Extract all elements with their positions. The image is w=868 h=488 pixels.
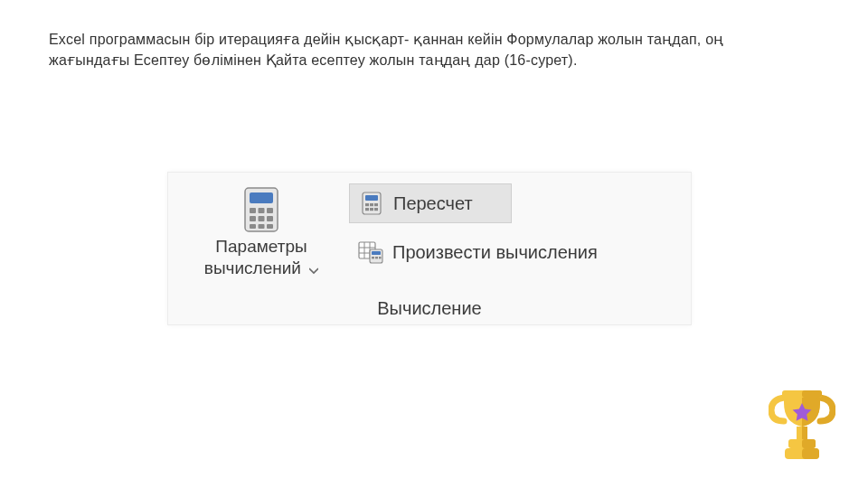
svg-rect-5 (250, 216, 256, 221)
svg-rect-36 (802, 448, 819, 459)
svg-rect-9 (259, 224, 265, 229)
svg-rect-3 (259, 208, 265, 213)
ribbon-group-caption: Вычисление (168, 298, 691, 319)
svg-rect-16 (365, 208, 369, 211)
chevron-down-icon (309, 258, 318, 280)
trophy-icon (769, 387, 835, 463)
svg-rect-15 (374, 203, 378, 206)
calc-right-column: Пересчет (349, 183, 675, 272)
calculator-icon (241, 185, 282, 234)
instruction-text: Excel программасын бір итерацияға дейін … (49, 29, 805, 70)
svg-rect-34 (802, 439, 816, 448)
svg-rect-32 (802, 427, 807, 439)
svg-rect-1 (250, 192, 273, 203)
svg-rect-14 (370, 203, 373, 206)
svg-rect-2 (250, 208, 256, 213)
calculation-options-label: Параметры вычислений (204, 236, 318, 280)
svg-rect-25 (372, 251, 381, 255)
calculate-sheet-button[interactable]: Произвести вычисления (349, 232, 675, 272)
svg-rect-7 (267, 216, 273, 221)
calculate-now-label: Пересчет (393, 193, 473, 214)
ribbon-calculation-group: Параметры вычислений (167, 172, 692, 325)
calculate-sheet-label: Произвести вычисления (392, 242, 598, 263)
calculator-small-icon (359, 191, 384, 216)
svg-rect-17 (370, 208, 373, 211)
svg-rect-26 (372, 257, 374, 258)
sheet-calc-icon (358, 239, 383, 265)
svg-rect-13 (365, 203, 369, 206)
svg-rect-6 (259, 216, 265, 221)
svg-rect-18 (374, 208, 378, 211)
svg-rect-4 (267, 208, 273, 213)
svg-rect-10 (267, 224, 273, 229)
svg-rect-27 (375, 257, 378, 258)
svg-rect-28 (379, 257, 382, 258)
calculation-options-button[interactable]: Параметры вычислений (184, 180, 338, 286)
calculation-options-label-line1: Параметры (215, 237, 307, 256)
calculation-options-label-line2: вычислений (204, 258, 301, 277)
calculate-now-button[interactable]: Пересчет (349, 183, 512, 223)
svg-rect-12 (365, 195, 378, 201)
svg-rect-30 (802, 390, 822, 398)
ribbon-inner: Параметры вычислений (168, 173, 691, 324)
svg-rect-8 (250, 224, 256, 229)
